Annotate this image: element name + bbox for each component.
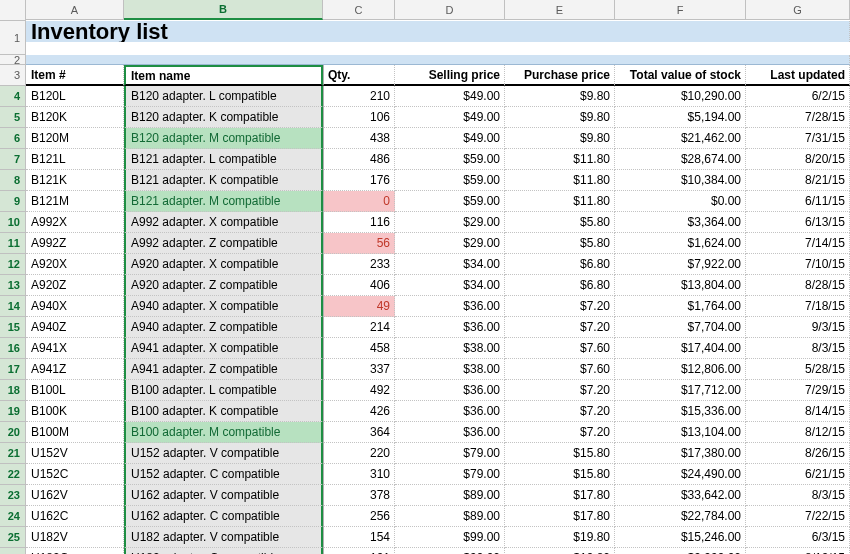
cell-d5[interactable]: $49.00	[395, 107, 505, 128]
cell-b14[interactable]: A940 adapter. X compatible	[124, 296, 323, 317]
cell-g26[interactable]: 8/12/15	[746, 548, 850, 554]
cell-e26[interactable]: $19.80	[505, 548, 615, 554]
cell-f15[interactable]: $7,704.00	[615, 317, 746, 338]
cell-e25[interactable]: $19.80	[505, 527, 615, 548]
cell-g10[interactable]: 6/13/15	[746, 212, 850, 233]
cell-c22[interactable]: 310	[323, 464, 395, 485]
cell-d16[interactable]: $38.00	[395, 338, 505, 359]
header-total-value[interactable]: Total value of stock	[615, 65, 746, 86]
cell-g24[interactable]: 7/22/15	[746, 506, 850, 527]
cell-g13[interactable]: 8/28/15	[746, 275, 850, 296]
cell-a8[interactable]: B121K	[26, 170, 124, 191]
cell-e20[interactable]: $7.20	[505, 422, 615, 443]
cell-b7[interactable]: B121 adapter. L compatible	[124, 149, 323, 170]
cell-d22[interactable]: $79.00	[395, 464, 505, 485]
row-header-11[interactable]: 11	[0, 233, 26, 254]
cell-g7[interactable]: 8/20/15	[746, 149, 850, 170]
cell-f8[interactable]: $10,384.00	[615, 170, 746, 191]
cell-b4[interactable]: B120 adapter. L compatible	[124, 86, 323, 107]
cell-d20[interactable]: $36.00	[395, 422, 505, 443]
row-header-7[interactable]: 7	[0, 149, 26, 170]
cell-g12[interactable]: 7/10/15	[746, 254, 850, 275]
cell-d19[interactable]: $36.00	[395, 401, 505, 422]
cell-g5[interactable]: 7/28/15	[746, 107, 850, 128]
select-all-corner[interactable]	[0, 0, 26, 21]
cell-b13[interactable]: A920 adapter. Z compatible	[124, 275, 323, 296]
cell-c8[interactable]: 176	[323, 170, 395, 191]
cell-e8[interactable]: $11.80	[505, 170, 615, 191]
cell-c17[interactable]: 337	[323, 359, 395, 380]
cell-b24[interactable]: U162 adapter. C compatible	[124, 506, 323, 527]
cell-b23[interactable]: U162 adapter. V compatible	[124, 485, 323, 506]
cell-a15[interactable]: A940Z	[26, 317, 124, 338]
cell-f14[interactable]: $1,764.00	[615, 296, 746, 317]
row-header-26[interactable]: 26	[0, 548, 26, 554]
row-header-8[interactable]: 8	[0, 170, 26, 191]
cell-g22[interactable]: 6/21/15	[746, 464, 850, 485]
cell-d11[interactable]: $29.00	[395, 233, 505, 254]
row-header-12[interactable]: 12	[0, 254, 26, 275]
cell-e15[interactable]: $7.20	[505, 317, 615, 338]
cell-b26[interactable]: U182 adapter. C compatible	[124, 548, 323, 554]
header-selling-price[interactable]: Selling price	[395, 65, 505, 86]
cell-a19[interactable]: B100K	[26, 401, 124, 422]
cell-c7[interactable]: 486	[323, 149, 395, 170]
cell-c19[interactable]: 426	[323, 401, 395, 422]
cell-e11[interactable]: $5.80	[505, 233, 615, 254]
row-header-22[interactable]: 22	[0, 464, 26, 485]
cell-b6[interactable]: B120 adapter. M compatible	[124, 128, 323, 149]
cell-b25[interactable]: U182 adapter. V compatible	[124, 527, 323, 548]
cell-f26[interactable]: $9,999.00	[615, 548, 746, 554]
cell-b8[interactable]: B121 adapter. K compatible	[124, 170, 323, 191]
cell-a17[interactable]: A941Z	[26, 359, 124, 380]
cell-f6[interactable]: $21,462.00	[615, 128, 746, 149]
cell-e5[interactable]: $9.80	[505, 107, 615, 128]
cell-f23[interactable]: $33,642.00	[615, 485, 746, 506]
cell-e23[interactable]: $17.80	[505, 485, 615, 506]
cell-e17[interactable]: $7.60	[505, 359, 615, 380]
cell-f20[interactable]: $13,104.00	[615, 422, 746, 443]
cell-d8[interactable]: $59.00	[395, 170, 505, 191]
row-header-23[interactable]: 23	[0, 485, 26, 506]
cell-a26[interactable]: U182C	[26, 548, 124, 554]
cell-b22[interactable]: U152 adapter. C compatible	[124, 464, 323, 485]
cell-b5[interactable]: B120 adapter. K compatible	[124, 107, 323, 128]
cell-f24[interactable]: $22,784.00	[615, 506, 746, 527]
cell-b20[interactable]: B100 adapter. M compatible	[124, 422, 323, 443]
cell-f5[interactable]: $5,194.00	[615, 107, 746, 128]
cell-f4[interactable]: $10,290.00	[615, 86, 746, 107]
cell-g9[interactable]: 6/11/15	[746, 191, 850, 212]
cell-e13[interactable]: $6.80	[505, 275, 615, 296]
cell-f11[interactable]: $1,624.00	[615, 233, 746, 254]
cell-a22[interactable]: U152C	[26, 464, 124, 485]
cell-f18[interactable]: $17,712.00	[615, 380, 746, 401]
cell-g6[interactable]: 7/31/15	[746, 128, 850, 149]
cell-c21[interactable]: 220	[323, 443, 395, 464]
cell-c18[interactable]: 492	[323, 380, 395, 401]
cell-b19[interactable]: B100 adapter. K compatible	[124, 401, 323, 422]
cell-a12[interactable]: A920X	[26, 254, 124, 275]
cell-b21[interactable]: U152 adapter. V compatible	[124, 443, 323, 464]
cell-a13[interactable]: A920Z	[26, 275, 124, 296]
cell-a18[interactable]: B100L	[26, 380, 124, 401]
cell-g18[interactable]: 7/29/15	[746, 380, 850, 401]
cell-e24[interactable]: $17.80	[505, 506, 615, 527]
cell-c24[interactable]: 256	[323, 506, 395, 527]
cell-d4[interactable]: $49.00	[395, 86, 505, 107]
row-header-24[interactable]: 24	[0, 506, 26, 527]
cell-a23[interactable]: U162V	[26, 485, 124, 506]
cell-d25[interactable]: $99.00	[395, 527, 505, 548]
header-item-no[interactable]: Item #	[26, 65, 124, 86]
cell-d24[interactable]: $89.00	[395, 506, 505, 527]
cell-e10[interactable]: $5.80	[505, 212, 615, 233]
cell-d18[interactable]: $36.00	[395, 380, 505, 401]
cell-f22[interactable]: $24,490.00	[615, 464, 746, 485]
row-header-17[interactable]: 17	[0, 359, 26, 380]
cell-c15[interactable]: 214	[323, 317, 395, 338]
cell-e14[interactable]: $7.20	[505, 296, 615, 317]
cell-b16[interactable]: A941 adapter. X compatible	[124, 338, 323, 359]
cell-e6[interactable]: $9.80	[505, 128, 615, 149]
cell-a5[interactable]: B120K	[26, 107, 124, 128]
cell-b11[interactable]: A992 adapter. Z compatible	[124, 233, 323, 254]
cell-a16[interactable]: A941X	[26, 338, 124, 359]
